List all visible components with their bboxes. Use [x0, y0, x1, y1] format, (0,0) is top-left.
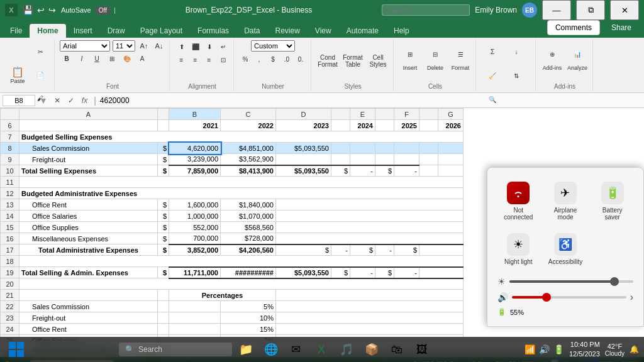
clear-button[interactable]: 🧹	[481, 64, 504, 87]
align-center-button[interactable]: ≡	[189, 53, 202, 66]
time-display[interactable]: 10:40 PM 12/5/2023	[569, 340, 600, 359]
col-header-a[interactable]: A	[19, 109, 158, 120]
increase-decimal-button[interactable]: .0	[280, 53, 293, 65]
cell-f6[interactable]: 2025	[394, 120, 419, 131]
cell-e9[interactable]	[350, 154, 375, 165]
cell-d8[interactable]: $5,093,550	[276, 143, 331, 154]
speaker-icon[interactable]: 🔊	[539, 344, 550, 354]
cell-c23[interactable]: 10%	[221, 312, 276, 324]
cell-c15[interactable]: $568,560	[221, 222, 276, 233]
taskbar-app-dropbox[interactable]: 📦	[360, 338, 383, 361]
taskbar-search-bar[interactable]: 🔍	[119, 343, 232, 356]
increase-font-button[interactable]: A↑	[138, 40, 150, 52]
format-as-table-button[interactable]: FormatTable	[341, 45, 364, 77]
cell-b23[interactable]	[169, 312, 221, 324]
cell-a12[interactable]: Budgeted Administrative Expenses	[19, 188, 464, 199]
cell-e19[interactable]: -	[350, 267, 375, 278]
cell-c22[interactable]: 5%	[221, 301, 276, 312]
bold-button[interactable]: B	[60, 52, 74, 65]
volume-slider[interactable]	[512, 296, 626, 299]
network-icon[interactable]: 📶	[525, 344, 535, 354]
format-button[interactable]: ☰Format	[449, 42, 472, 80]
undo-button[interactable]: ↩	[36, 5, 46, 15]
wifi-toggle[interactable]: Not connected	[497, 178, 540, 224]
cell-a23[interactable]: Freight-out	[19, 312, 158, 324]
cell-b6[interactable]: 2021	[169, 120, 221, 131]
night-light-toggle[interactable]: ☀ Night light	[497, 229, 540, 269]
copy-button[interactable]: 📄	[30, 63, 50, 86]
cell-a6[interactable]	[19, 120, 158, 131]
cell-c8[interactable]: $4,851,000	[221, 143, 276, 154]
cell-e6[interactable]: 2024	[350, 120, 375, 131]
align-middle-button[interactable]: ⬛	[189, 40, 202, 53]
tab-home[interactable]: Home	[30, 24, 65, 38]
insert-button[interactable]: ⊞Insert	[399, 42, 421, 80]
analyze-button[interactable]: 📊Analyze	[566, 42, 589, 80]
start-button[interactable]	[5, 338, 28, 361]
cell-b21[interactable]: Percentages	[169, 290, 276, 301]
cell-d13[interactable]	[276, 199, 464, 211]
redo-button[interactable]: ↪	[47, 5, 57, 15]
tab-pagelayout[interactable]: Page Layout	[133, 24, 190, 38]
cell-a11[interactable]	[19, 177, 464, 188]
tab-help[interactable]: Help	[386, 24, 417, 38]
cell-c10[interactable]: $8,413,900	[221, 165, 276, 177]
delete-button[interactable]: ⊟Delete	[424, 42, 447, 80]
addins-button[interactable]: ⊕Add-ins	[541, 42, 564, 80]
border-button[interactable]: ⊞	[105, 52, 119, 65]
cell-g8[interactable]	[438, 143, 464, 154]
paste-button[interactable]: 📋Paste	[6, 56, 29, 94]
cell-g17[interactable]	[419, 244, 464, 256]
percent-button[interactable]: %	[239, 53, 252, 65]
cell-a20[interactable]	[19, 278, 464, 290]
cell-d16[interactable]	[276, 233, 464, 244]
cell-b16[interactable]: 700,000	[169, 233, 221, 244]
notification-button[interactable]: 🔔	[630, 345, 639, 354]
cell-c9[interactable]: $3,562,900	[221, 154, 276, 165]
taskbar-app-fileexplorer[interactable]: 📁	[235, 338, 257, 361]
cell-a7[interactable]: Budgeted Selling Expenses	[19, 131, 464, 143]
number-format-select[interactable]: Custom	[251, 40, 295, 52]
cell-c17[interactable]: $4,206,560	[221, 244, 276, 256]
cell-styles-button[interactable]: CellStyles	[367, 45, 389, 77]
cell-a9[interactable]: Freight-out	[19, 154, 158, 165]
cell-d10[interactable]: $5,093,550	[276, 165, 331, 177]
cell-c16[interactable]: $728,000	[221, 233, 276, 244]
cell-d15[interactable]	[276, 222, 464, 233]
tab-review[interactable]: Review	[267, 24, 307, 38]
cell-a24[interactable]: Office Rent	[19, 324, 158, 335]
comma-button[interactable]: ,	[253, 53, 265, 65]
font-color-button[interactable]: A	[135, 52, 149, 65]
cell-b10[interactable]: 7,859,000	[169, 165, 221, 177]
cell-c13[interactable]: $1,840,000	[221, 199, 276, 211]
align-left-button[interactable]: ≡	[175, 53, 188, 66]
align-top-button[interactable]: ⬆	[175, 40, 188, 53]
cell-f17[interactable]: -	[375, 244, 394, 256]
cell-reference-input[interactable]	[3, 95, 35, 106]
merge-center-button[interactable]: ⊡	[217, 53, 230, 66]
cell-b9[interactable]: 3,239,000	[169, 154, 221, 165]
cell-a16[interactable]: Miscellaneous Expenses	[19, 233, 158, 244]
cell-a21[interactable]	[19, 290, 158, 301]
save-button[interactable]: 💾	[21, 5, 35, 15]
cell-b24[interactable]	[169, 324, 221, 335]
cell-a8[interactable]: Sales Commission	[19, 143, 158, 154]
cell-b15[interactable]: 552,000	[169, 222, 221, 233]
airplane-toggle[interactable]: ✈ Airplane mode	[545, 178, 587, 224]
cell-g9[interactable]	[438, 154, 464, 165]
close-button[interactable]: ✕	[610, 0, 639, 20]
cell-b13[interactable]: 1,600,000	[169, 199, 221, 211]
cell-d23[interactable]	[276, 312, 464, 324]
cell-e17[interactable]: -	[331, 244, 350, 256]
tab-file[interactable]: File	[3, 24, 30, 38]
cell-a15[interactable]: Office Supplies	[19, 222, 158, 233]
fill-color-button[interactable]: 🎨	[120, 52, 134, 65]
battery-tray-icon[interactable]: 🔋	[553, 344, 564, 354]
autosum-button[interactable]: Σ	[481, 40, 504, 63]
cell-e10[interactable]: -	[350, 165, 375, 177]
cell-a19[interactable]: Total Selling & Admin. Expenses	[19, 267, 158, 278]
tab-automate[interactable]: Automate	[339, 24, 386, 38]
tab-draw[interactable]: Draw	[100, 24, 133, 38]
search-input[interactable]	[382, 4, 470, 16]
cell-g6[interactable]: 2026	[438, 120, 464, 131]
